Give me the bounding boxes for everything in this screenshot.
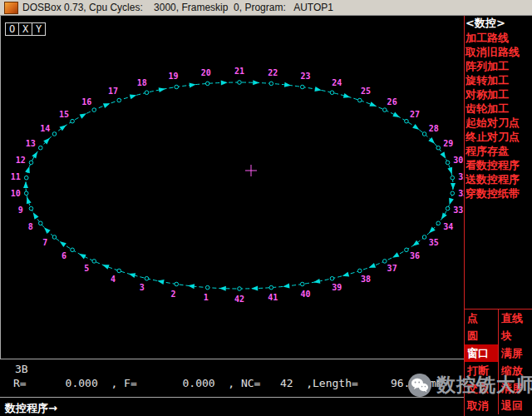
- menu-item[interactable]: 终止对刀点: [465, 130, 532, 144]
- ellipse-toolpath-drawing: 1234567891011121314151617181920212223242…: [1, 16, 464, 359]
- menu-item[interactable]: 起始对刀点: [465, 116, 532, 130]
- svg-text:10: 10: [11, 189, 21, 198]
- tool-menu-row: 点直线: [465, 310, 532, 327]
- svg-text:41: 41: [268, 293, 278, 302]
- svg-text:2: 2: [170, 290, 175, 299]
- svg-text:9: 9: [18, 206, 23, 215]
- dosbox-icon: [4, 2, 18, 14]
- tool-menu-item[interactable]: 圆: [465, 327, 499, 344]
- svg-text:20: 20: [201, 68, 211, 77]
- svg-text:5: 5: [84, 264, 89, 273]
- svg-text:14: 14: [40, 124, 50, 133]
- menu-item[interactable]: 程序存盘: [465, 144, 532, 158]
- svg-text:42: 42: [234, 295, 244, 304]
- menu-item[interactable]: 穿数控纸带: [465, 186, 532, 201]
- svg-text:28: 28: [429, 124, 439, 133]
- tool-menu-item[interactable]: 窗口: [465, 344, 499, 362]
- svg-text:23: 23: [301, 72, 311, 81]
- svg-text:31: 31: [458, 172, 464, 181]
- svg-text:11: 11: [11, 172, 21, 181]
- svg-text:6: 6: [62, 251, 66, 260]
- svg-text:33: 33: [453, 206, 463, 215]
- svg-text:36: 36: [410, 251, 420, 260]
- watermark: 数控铣大师: [407, 372, 532, 398]
- svg-text:17: 17: [108, 87, 118, 96]
- svg-text:35: 35: [429, 238, 439, 247]
- svg-text:15: 15: [59, 110, 69, 119]
- drawing-canvas[interactable]: O X Y 1234567891011121314151617181920212…: [0, 16, 464, 359]
- svg-text:22: 22: [268, 68, 278, 77]
- tool-menu-item[interactable]: 点: [465, 310, 499, 327]
- menu-item[interactable]: 看数控程序: [465, 158, 532, 172]
- svg-text:37: 37: [387, 264, 397, 273]
- tool-menu-item[interactable]: 取消: [465, 397, 499, 414]
- menu-item[interactable]: 旋转加工: [465, 73, 532, 87]
- tool-menu-item[interactable]: 退回: [499, 397, 532, 414]
- tool-menu-item[interactable]: 直线: [499, 310, 532, 327]
- svg-text:25: 25: [361, 87, 371, 96]
- svg-text:3: 3: [140, 283, 145, 292]
- svg-text:38: 38: [361, 275, 371, 284]
- nc-menu-header: <数控>: [465, 16, 532, 31]
- svg-text:32: 32: [458, 189, 464, 198]
- svg-text:39: 39: [332, 283, 342, 292]
- tool-menu-row: 圆块: [465, 327, 532, 344]
- menu-item[interactable]: 对称加工: [465, 87, 532, 102]
- svg-text:34: 34: [443, 222, 453, 231]
- tool-menu-item[interactable]: 满屏: [499, 344, 532, 362]
- tool-menu-item[interactable]: 块: [499, 327, 532, 344]
- svg-text:8: 8: [28, 222, 33, 231]
- status-mode: 3B: [0, 359, 464, 377]
- svg-text:27: 27: [410, 110, 420, 119]
- svg-text:4: 4: [111, 275, 116, 284]
- menu-item[interactable]: 送数控程序: [465, 172, 532, 186]
- watermark-text: 数控铣大师: [436, 372, 532, 398]
- svg-text:12: 12: [16, 156, 26, 165]
- axis-button-y[interactable]: Y: [32, 22, 46, 36]
- tool-menu: 点直线圆块窗口满屏打断缩放交点清屏取消退回: [465, 309, 532, 414]
- menu-item[interactable]: 加工路线: [465, 31, 532, 45]
- command-prompt[interactable]: 数控程序→: [0, 397, 464, 416]
- svg-text:29: 29: [443, 139, 453, 148]
- menu-item[interactable]: 阵列加工: [465, 59, 532, 73]
- window-title: DOSBox 0.73, Cpu Cycles: 3000, Frameskip…: [22, 2, 333, 13]
- tool-menu-row: 取消退回: [465, 397, 532, 414]
- svg-text:13: 13: [26, 139, 36, 148]
- axis-toggle: O X Y: [5, 22, 46, 36]
- tool-menu-row: 窗口满屏: [465, 344, 532, 362]
- svg-text:18: 18: [137, 78, 147, 87]
- status-readout: R= 0.000 , F= 0.000 , NC= 42 ,Length= 96…: [0, 377, 477, 389]
- svg-text:26: 26: [387, 97, 397, 106]
- dosbox-window: DOSBox 0.73, Cpu Cycles: 3000, Frameskip…: [0, 0, 532, 416]
- svg-text:1: 1: [204, 293, 209, 302]
- title-bar[interactable]: DOSBox 0.73, Cpu Cycles: 3000, Frameskip…: [0, 0, 532, 16]
- svg-text:7: 7: [42, 238, 47, 247]
- svg-text:19: 19: [168, 72, 178, 81]
- axis-button-x[interactable]: X: [18, 22, 32, 36]
- svg-text:40: 40: [301, 290, 311, 299]
- svg-text:24: 24: [332, 78, 342, 87]
- svg-text:16: 16: [81, 97, 91, 106]
- svg-text:21: 21: [234, 67, 244, 76]
- axis-button-o[interactable]: O: [5, 22, 19, 36]
- nc-menu-items: 加工路线取消旧路线阵列加工旋转加工对称加工齿轮加工起始对刀点终止对刀点程序存盘看…: [465, 31, 532, 201]
- wechat-icon: [407, 373, 432, 398]
- menu-item[interactable]: 取消旧路线: [465, 45, 532, 59]
- svg-text:30: 30: [453, 156, 463, 165]
- menu-item[interactable]: 齿轮加工: [465, 102, 532, 116]
- nc-menu-panel: <数控> 加工路线取消旧路线阵列加工旋转加工对称加工齿轮加工起始对刀点终止对刀点…: [464, 16, 532, 416]
